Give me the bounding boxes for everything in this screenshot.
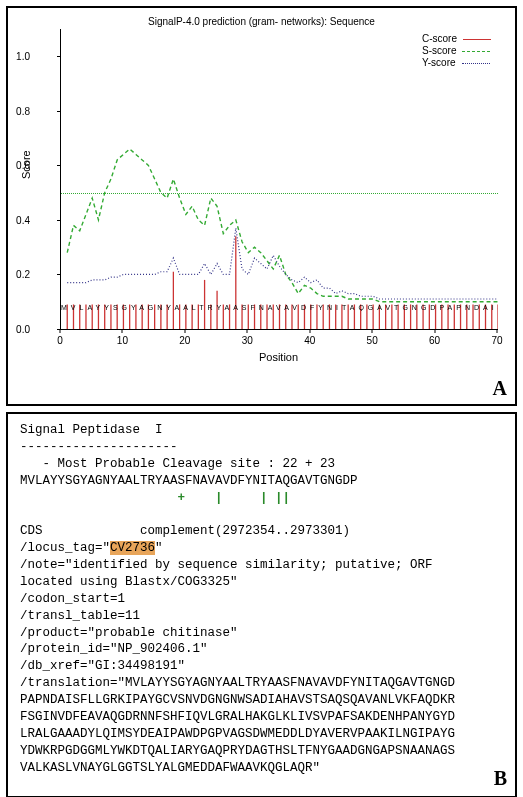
chart-area: C-score S-score Y-score MVLAYYSGYAGNYAAL… [60,29,497,379]
cds-transl-table: /transl_table=11 [20,609,140,623]
trans-0: /translation="MVLAYYSGYAGNYAALTRYAASFNAV… [20,676,455,690]
panel-b: Signal Peptidase I ---------------------… [6,412,517,797]
locus-tag-prefix: /locus_tag=" [20,541,110,555]
cds-note1: /note="identified by sequence similarity… [20,558,433,572]
trans-1: PAPNDAISFLLGRKIPAYGCVSNVDGNGNWSADIAHAVST… [20,693,455,707]
trans-5: VALKASLVNAYGLGGTSLYALGMEDDAFWAAVKQGLAQR" [20,761,320,775]
y-axis-label: Score [20,150,32,179]
trans-2: FSGINVDFEAVAQGDRNNFSHFIQVLGRALHAKGLKLIVS… [20,710,455,724]
trans-4: YDWKRPGDGGMLYWKDTQALIARYGAQPRYDAGTHSLTFN… [20,744,455,758]
plot-box: MVLAYYSGYAGNYAALTRYAASFNAVAVDFYNITAQGAVT… [60,29,498,330]
sp-cleavage: - Most Probable Cleavage site : 22 + 23 [20,457,335,471]
cds-codon-start: /codon_start=1 [20,592,125,606]
panel-a-label: A [493,377,507,400]
chart-title: SignalP-4.0 prediction (gram- networks):… [18,16,505,27]
sp-peptide: MVLAYYSGYAGNYAALTRYAASFNAVAVDFYNITAQGAVT… [20,474,358,488]
trans-3: LRALGAAADYLQIMSYDEAIPAWDPGPVAGSDWMEDDLDY… [20,727,455,741]
panel-a: SignalP-4.0 prediction (gram- networks):… [6,6,517,406]
sp-marks: + | | || [20,491,290,505]
sequence-band: MVLAYYSGYAGNYAALTRYAASFNAVAVDFYNITAQGAVT… [61,304,498,311]
chart-svg [61,29,498,329]
locus-tag-value: CV2736 [110,541,155,555]
cds-line: CDS complement(2972354..2973301) [20,524,350,538]
cds-db-xref: /db_xref="GI:34498191" [20,659,185,673]
cds-product: /product="probable chitinase" [20,626,238,640]
panel-b-label: B [494,765,507,792]
cds-note2: located using Blastx/COG3325" [20,575,238,589]
sp-header: Signal Peptidase I [20,423,163,437]
x-axis-label: Position [259,351,298,363]
cds-protein-id: /protein_id="NP_902406.1" [20,642,208,656]
sp-divider: --------------------- [20,440,178,454]
locus-tag-suffix: " [155,541,163,555]
